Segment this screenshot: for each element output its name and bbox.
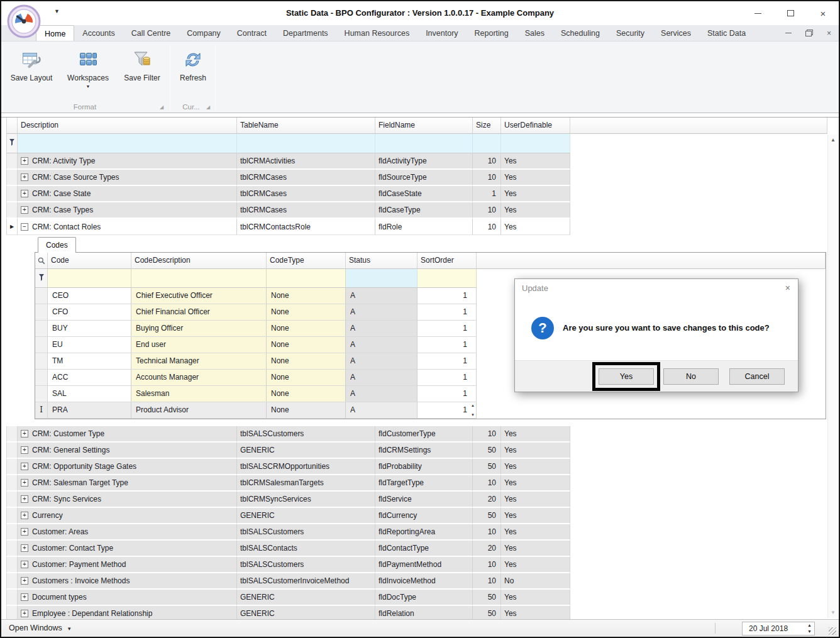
close-button[interactable]: × — [817, 8, 829, 19]
date-spin-down-icon[interactable]: ▼ — [807, 629, 812, 634]
row-indicator — [6, 557, 18, 573]
subgrid-filter-input-codedescription[interactable] — [131, 269, 267, 288]
tab-home[interactable]: Home — [36, 25, 74, 41]
maximize-button[interactable] — [785, 8, 796, 19]
vertical-scrollbar[interactable]: ▲ ▼ — [827, 135, 838, 618]
tab-reporting[interactable]: Reporting — [467, 25, 517, 41]
filter-input-size[interactable] — [473, 134, 501, 153]
table-row[interactable]: +Customer: Contact TypetblSALSContactsfl… — [6, 541, 839, 557]
expand-icon[interactable]: + — [21, 446, 28, 454]
table-row[interactable]: +Customer: Payment MethodtblSALSCustomer… — [6, 557, 839, 573]
scroll-up-icon[interactable]: ▲ — [828, 137, 838, 143]
expand-icon[interactable]: + — [21, 157, 28, 165]
workspaces-button[interactable]: Workspaces▼ — [62, 44, 114, 99]
subgrid-column-header-codedescription[interactable]: CodeDescription — [131, 253, 267, 269]
filter-input-description[interactable] — [18, 134, 237, 153]
date-field[interactable]: 20 Jul 2018 ▲ ▼ — [742, 622, 815, 635]
subgrid-column-header-codetype[interactable]: CodeType — [267, 253, 346, 269]
tab-company[interactable]: Company — [179, 25, 229, 41]
no-button[interactable]: No — [663, 368, 719, 385]
filter-input-tablename[interactable] — [237, 134, 375, 153]
subgrid-column-header-code[interactable]: Code — [48, 253, 131, 269]
tab-services[interactable]: Services — [653, 25, 699, 41]
expand-icon[interactable]: + — [21, 528, 28, 536]
tab-inventory[interactable]: Inventory — [417, 25, 466, 41]
expand-icon[interactable]: + — [21, 206, 28, 214]
table-row[interactable]: +CRM: General SettingsGENERICfldCRMSetti… — [6, 443, 839, 459]
table-row[interactable]: +Customers : Invoice MethodstblSALSCusto… — [6, 573, 839, 590]
table-row[interactable]: +CRM: Case StatetblCRMCasesfldCaseState1… — [6, 186, 839, 202]
tab-accounts[interactable]: Accounts — [74, 25, 123, 41]
mdi-minimize-button[interactable] — [785, 33, 792, 33]
tab-scheduling[interactable]: Scheduling — [553, 25, 608, 41]
expand-icon[interactable]: + — [21, 463, 28, 470]
table-row[interactable]: +CRM: Salesman Target TypetblCRMSalesman… — [6, 475, 839, 492]
table-row[interactable]: +CRM: Opportunity Stage GatestblSALSCRMO… — [6, 459, 839, 475]
description-text: CRM: Sync Services — [32, 492, 101, 507]
save-filter-button[interactable]: Save Filter — [117, 44, 167, 99]
table-row[interactable]: +CRM: Sync ServicestblCRMSyncServicesfld… — [6, 492, 839, 508]
refresh-button[interactable]: Refresh — [175, 44, 211, 99]
code-row[interactable]: IPRAProduct AdvisorNoneA1▲▼ — [35, 402, 826, 419]
dialog-close-icon[interactable]: × — [785, 283, 790, 293]
spin-up-icon[interactable]: ▲ — [471, 404, 475, 407]
tab-static-data[interactable]: Static Data — [699, 25, 754, 41]
date-spin-up-icon[interactable]: ▲ — [807, 623, 812, 628]
cell-status: A — [346, 402, 417, 419]
table-row[interactable]: +CRM: Case Source TypestblCRMCasesfldSou… — [6, 170, 839, 186]
mdi-close-button[interactable]: × — [827, 29, 831, 38]
app-logo-icon[interactable] — [7, 4, 41, 38]
tab-departments[interactable]: Departments — [275, 25, 336, 41]
tab-security[interactable]: Security — [608, 25, 653, 41]
table-row[interactable]: +Employee : Dependant RelationshipGENERI… — [6, 606, 839, 619]
spin-down-icon[interactable]: ▼ — [471, 413, 475, 417]
yes-button[interactable]: Yes — [599, 368, 654, 385]
open-windows-dropdown[interactable]: Open Windows ▼ — [9, 624, 72, 632]
tab-contract[interactable]: Contract — [229, 25, 275, 41]
column-header-description[interactable]: Description — [18, 118, 237, 134]
expand-icon[interactable]: + — [21, 561, 28, 568]
expand-icon[interactable]: + — [21, 544, 28, 552]
group-launcher-icon[interactable]: ◢ — [206, 104, 210, 110]
tab-call-centre[interactable]: Call Centre — [123, 25, 179, 41]
expand-icon[interactable]: + — [21, 577, 28, 585]
table-row[interactable]: ▶−CRM: Contact RolestblCRMContactsRolefl… — [6, 219, 839, 235]
column-header-userdefinable[interactable]: UserDefinable — [501, 118, 570, 134]
table-row[interactable]: +CRM: Case TypestblCRMCasesfldCaseType10… — [6, 202, 839, 219]
expand-icon[interactable]: + — [21, 430, 28, 437]
subgrid-filter-input-codetype[interactable] — [267, 269, 346, 288]
column-header-fieldname[interactable]: FieldName — [375, 118, 473, 134]
subgrid-column-header-status[interactable]: Status — [346, 253, 417, 269]
expand-icon[interactable]: + — [21, 173, 28, 181]
save-layout-button[interactable]: Save Layout — [5, 44, 58, 99]
collapse-icon[interactable]: − — [21, 223, 28, 231]
column-header-size[interactable]: Size — [473, 118, 501, 134]
expand-icon[interactable]: + — [21, 512, 28, 519]
subgrid-filter-input-code[interactable] — [48, 269, 131, 288]
tab-human-resources[interactable]: Human Resources — [336, 25, 418, 41]
table-row[interactable]: +CRM: Customer TypetblSALSCustomersfldCu… — [6, 426, 839, 443]
expand-icon[interactable]: + — [21, 495, 28, 503]
tab-codes[interactable]: Codes — [38, 237, 76, 253]
group-launcher-icon[interactable]: ◢ — [160, 104, 163, 110]
expand-icon[interactable]: + — [21, 593, 28, 601]
scroll-down-icon[interactable]: ▼ — [828, 610, 838, 615]
table-row[interactable]: +Document typesGENERICfldDocType50Yes — [6, 590, 839, 606]
mdi-restore-button[interactable] — [805, 30, 813, 36]
subgrid-filter-input-sortorder[interactable] — [417, 269, 477, 288]
expand-icon[interactable]: + — [21, 190, 28, 197]
resize-grip[interactable] — [829, 627, 836, 635]
table-row[interactable]: +CRM: Activity TypetblCRMActivitiesfldAc… — [6, 153, 839, 170]
table-row[interactable]: +CurrencyGENERICfldCurrency50Yes — [6, 508, 839, 524]
filter-input-fieldname[interactable] — [375, 134, 473, 153]
cancel-button[interactable]: Cancel — [729, 368, 785, 385]
expand-icon[interactable]: + — [21, 610, 28, 617]
subgrid-filter-input-status[interactable] — [346, 269, 417, 288]
filter-input-userdefinable[interactable] — [501, 134, 570, 153]
minimize-button[interactable] — [752, 8, 763, 19]
subgrid-column-header-sortorder[interactable]: SortOrder — [417, 253, 477, 269]
table-row[interactable]: +Customer: AreastblSALSCustomersfldRepor… — [6, 524, 839, 541]
expand-icon[interactable]: + — [21, 479, 28, 487]
tab-sales[interactable]: Sales — [517, 25, 553, 41]
column-header-tablename[interactable]: TableName — [237, 118, 375, 134]
